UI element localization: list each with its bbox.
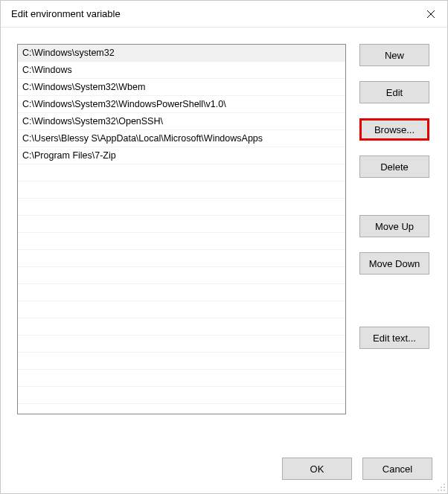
list-item — [18, 353, 345, 370]
list-item — [18, 216, 345, 233]
list-item[interactable]: C:\Windows — [18, 62, 345, 79]
dialog-title: Edit environment variable — [11, 8, 121, 19]
list-item[interactable]: C:\Windows\System32\WindowsPowerShell\v1… — [18, 96, 345, 113]
list-item[interactable]: C:\Windows\system32 — [18, 45, 345, 62]
list-item — [18, 250, 345, 267]
svg-point-4 — [444, 487, 445, 488]
ok-button[interactable]: OK — [282, 458, 352, 480]
list-item — [18, 284, 345, 301]
list-item — [18, 336, 345, 353]
list-item — [18, 267, 345, 284]
list-item — [18, 199, 345, 216]
close-icon — [426, 10, 435, 19]
list-item — [18, 387, 345, 404]
resize-grip-icon[interactable] — [435, 481, 446, 492]
list-item — [18, 164, 345, 182]
edit-env-var-dialog: Edit environment variable C:\Windows\sys… — [0, 0, 448, 494]
move-up-button[interactable]: Move Up — [359, 215, 429, 237]
path-listbox[interactable]: C:\Windows\system32C:\WindowsC:\Windows\… — [17, 44, 346, 414]
move-down-button[interactable]: Move Down — [359, 252, 429, 275]
list-item[interactable]: C:\Windows\System32\OpenSSH\ — [18, 113, 345, 130]
list-item — [18, 182, 345, 199]
list-item — [18, 233, 345, 250]
list-item[interactable]: C:\Windows\System32\Wbem — [18, 79, 345, 96]
svg-point-7 — [444, 490, 445, 491]
cancel-button[interactable]: Cancel — [362, 458, 432, 480]
titlebar: Edit environment variable — [1, 1, 447, 28]
edit-button[interactable]: Edit — [359, 81, 429, 103]
content-area: C:\Windows\system32C:\WindowsC:\Windows\… — [1, 28, 447, 458]
new-button[interactable]: New — [359, 44, 429, 66]
list-item[interactable]: C:\Users\Blessy S\AppData\Local\Microsof… — [18, 130, 345, 147]
spacer — [359, 193, 432, 215]
svg-point-6 — [441, 490, 442, 491]
svg-point-5 — [438, 490, 439, 491]
list-item[interactable]: C:\Program Files\7-Zip — [18, 147, 345, 164]
list-item — [18, 318, 345, 336]
close-button[interactable] — [414, 1, 447, 28]
footer: OK Cancel — [1, 458, 447, 493]
button-column: New Edit Browse... Delete Move Up Move D… — [359, 44, 432, 458]
edit-text-button[interactable]: Edit text... — [359, 327, 429, 349]
list-item — [18, 370, 345, 387]
svg-point-3 — [441, 487, 442, 488]
delete-button[interactable]: Delete — [359, 155, 429, 178]
list-item — [18, 301, 345, 318]
svg-point-2 — [444, 484, 445, 485]
spacer — [359, 289, 432, 327]
browse-button[interactable]: Browse... — [359, 118, 429, 141]
